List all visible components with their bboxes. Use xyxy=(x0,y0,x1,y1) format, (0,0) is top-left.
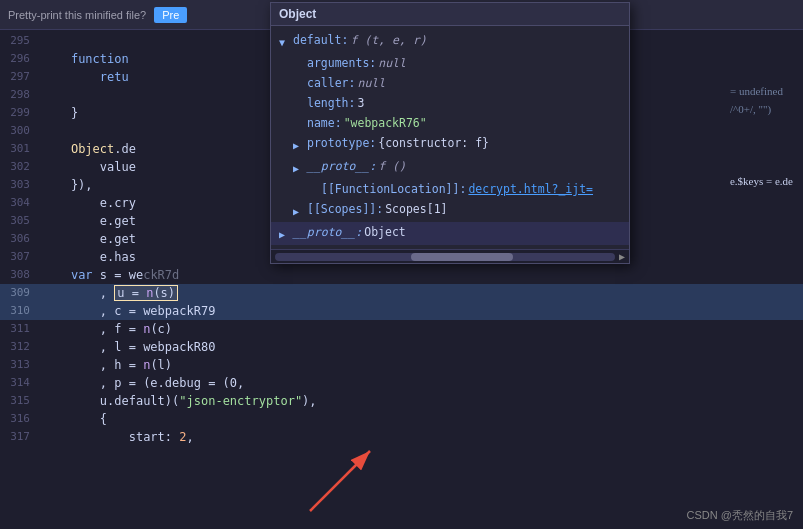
tooltip-row-proto-inner[interactable]: __proto__: f () xyxy=(271,156,629,179)
line-content: start: 2, xyxy=(38,428,194,446)
line-content: , h = n(l) xyxy=(38,356,172,374)
no-arrow xyxy=(293,114,307,117)
line-number: 312 xyxy=(0,338,38,356)
line-number: 317 xyxy=(0,428,38,446)
tooltip-val-link[interactable]: decrypt.html?_ijt= xyxy=(468,180,593,198)
line-content: , p = (e.debug = (0, xyxy=(38,374,244,392)
table-row: 317 start: 2, xyxy=(0,428,803,446)
line-number: 299 xyxy=(0,104,38,122)
red-arrow-annotation xyxy=(300,436,400,519)
scroll-right-arrow[interactable]: ▶ xyxy=(619,251,625,262)
line-number: 298 xyxy=(0,86,38,104)
line-content: , l = webpackR80 xyxy=(38,338,215,356)
line-content: u.default)("json-enctryptor"), xyxy=(38,392,317,410)
tooltip-val: 3 xyxy=(357,94,364,112)
line-number: 307 xyxy=(0,248,38,266)
line-number: 311 xyxy=(0,320,38,338)
tooltip-row-proto-outer[interactable]: __proto__: Object xyxy=(271,222,629,245)
tooltip-row-prototype[interactable]: prototype: {constructor: f} xyxy=(271,133,629,156)
line-content: e.has xyxy=(38,248,136,266)
tooltip-val: Object xyxy=(364,223,406,241)
line-content xyxy=(38,122,71,140)
tooltip-val: Scopes[1] xyxy=(385,200,447,218)
no-arrow xyxy=(293,54,307,57)
line-content: retu xyxy=(38,68,129,86)
expand-default-arrow xyxy=(279,31,293,52)
line-number: 303 xyxy=(0,176,38,194)
line-content xyxy=(38,32,42,50)
line-content: } xyxy=(38,104,78,122)
no-arrow xyxy=(293,94,307,97)
line-number: 296 xyxy=(0,50,38,68)
line-number: 309 xyxy=(0,284,38,302)
line-content: , c = webpackR79 xyxy=(38,302,215,320)
tooltip-key: __proto__: xyxy=(293,223,362,241)
tooltip-row-scopes[interactable]: [[Scopes]]: Scopes[1] xyxy=(271,199,629,222)
table-row: 310 , c = webpackR79 xyxy=(0,302,803,320)
line-content: e.get xyxy=(38,212,136,230)
tooltip-key: prototype: xyxy=(307,134,376,152)
right-context: = undefined /^0+/, "") e.$keys = e.de xyxy=(730,82,793,190)
line-content: e.cry xyxy=(38,194,136,212)
tooltip-scrollbar[interactable]: ▶ xyxy=(271,249,629,263)
tooltip-popup: Object default: f (t, e, r) arguments: n… xyxy=(270,2,630,264)
line-number: 300 xyxy=(0,122,38,140)
line-number: 313 xyxy=(0,356,38,374)
tooltip-key: [[Scopes]]: xyxy=(307,200,383,218)
tooltip-val: "webpackR76" xyxy=(344,114,427,132)
line-number: 301 xyxy=(0,140,38,158)
line-content: , f = n(c) xyxy=(38,320,172,338)
pre-button[interactable]: Pre xyxy=(154,7,187,23)
line-number: 310 xyxy=(0,302,38,320)
line-number: 314 xyxy=(0,374,38,392)
line-content: }), xyxy=(38,176,93,194)
tooltip-key: caller: xyxy=(307,74,355,92)
table-row: 316 { xyxy=(0,410,803,428)
line-number: 304 xyxy=(0,194,38,212)
tooltip-key: __proto__: xyxy=(307,157,376,175)
line-number: 305 xyxy=(0,212,38,230)
tooltip-val: f () xyxy=(378,157,406,175)
tooltip-key: default: xyxy=(293,31,348,49)
line-number: 295 xyxy=(0,32,38,50)
line-number: 297 xyxy=(0,68,38,86)
tooltip-val: {constructor: f} xyxy=(378,134,489,152)
line-number: 308 xyxy=(0,266,38,284)
tooltip-val: null xyxy=(357,74,385,92)
expand-proto-inner-arrow xyxy=(293,157,307,178)
line-number: 302 xyxy=(0,158,38,176)
tooltip-val: f (t, e, r) xyxy=(350,31,426,49)
line-number: 315 xyxy=(0,392,38,410)
svg-line-1 xyxy=(310,451,370,511)
tooltip-key: length: xyxy=(307,94,355,112)
line-content: , u = n(s) xyxy=(38,284,178,302)
no-arrow xyxy=(307,180,321,183)
code-editor: Pretty-print this minified file? Pre 295… xyxy=(0,0,803,529)
tooltip-row-default[interactable]: default: f (t, e, r) xyxy=(271,30,629,53)
line-content xyxy=(38,86,100,104)
tooltip-key: arguments: xyxy=(307,54,376,72)
line-content: e.get xyxy=(38,230,136,248)
table-row: 311 , f = n(c) xyxy=(0,320,803,338)
tooltip-row-funcloc: [[FunctionLocation]]: decrypt.html?_ijt= xyxy=(271,179,629,199)
line-content: var s = weckR7d xyxy=(38,266,179,284)
line-content: value xyxy=(38,158,136,176)
line-content: { xyxy=(38,410,107,428)
tooltip-row-caller: caller: null xyxy=(271,73,629,93)
expand-proto-outer-arrow xyxy=(279,223,293,244)
table-row: 308 var s = weckR7d xyxy=(0,266,803,284)
tooltip-title: Object xyxy=(271,3,629,26)
table-row: 309 , u = n(s) xyxy=(0,284,803,302)
tooltip-key: [[FunctionLocation]]: xyxy=(321,180,466,198)
expand-prototype-arrow xyxy=(293,134,307,155)
tooltip-row-arguments: arguments: null xyxy=(271,53,629,73)
no-arrow xyxy=(293,74,307,77)
line-content: function xyxy=(38,50,136,68)
tooltip-row-name: name: "webpackR76" xyxy=(271,113,629,133)
scrollbar-track xyxy=(275,253,615,261)
line-number: 316 xyxy=(0,410,38,428)
table-row: 312 , l = webpackR80 xyxy=(0,338,803,356)
table-row: 313 , h = n(l) xyxy=(0,356,803,374)
table-row: 314 , p = (e.debug = (0, xyxy=(0,374,803,392)
line-number: 306 xyxy=(0,230,38,248)
